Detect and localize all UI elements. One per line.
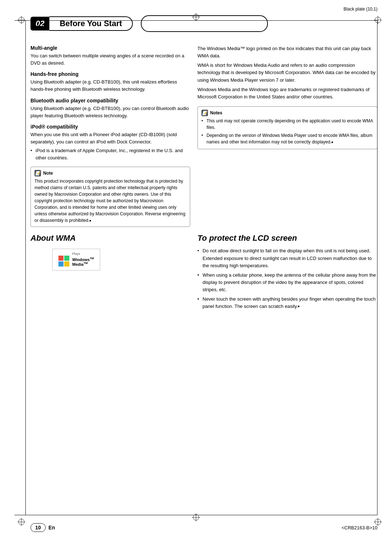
section-label: Section xyxy=(30,25,44,29)
media-label: MediaTM xyxy=(72,261,94,267)
plays-label: Plays xyxy=(72,252,80,256)
svg-rect-3 xyxy=(58,256,64,261)
bottom-section: About WMA Plays WindowsTM MediaTM xyxy=(0,227,392,311)
page-footer: 10 En <CRB2163-B>10 xyxy=(30,523,377,532)
multi-angle-section: Multi-angle You can switch between multi… xyxy=(30,45,190,67)
windows-text: WindowsTM MediaTM xyxy=(72,257,94,267)
right-note-icon: 📝 xyxy=(201,110,208,116)
right-note-bullet-1: This unit may not operate correctly depe… xyxy=(201,118,373,131)
ipod-bullet-1: iPod is a trademark of Apple Computer, I… xyxy=(30,147,190,162)
ipod-text: When you use this unit with a Pioneer iP… xyxy=(30,131,190,146)
windows-label: WindowsTM xyxy=(72,257,94,262)
hands-free-text: Using Bluetooth adapter (e.g. CD-BTB100)… xyxy=(30,78,190,93)
stop-square-2: ■ xyxy=(331,141,333,144)
about-wma-column: About WMA Plays WindowsTM MediaTM xyxy=(30,233,190,311)
stop-square-3: ■ xyxy=(298,305,300,308)
note-text: This product incorporates copyright prot… xyxy=(34,178,186,224)
footer-en: En xyxy=(49,525,55,530)
left-column: Multi-angle You can switch between multi… xyxy=(30,38,190,227)
note-icon: 📝 xyxy=(34,170,41,176)
top-reg-mark xyxy=(192,13,200,22)
ipod-bullets: iPod is a trademark of Apple Computer, I… xyxy=(30,147,190,162)
wma-text-group: The Windows Media™ logo printed on the b… xyxy=(197,45,377,101)
multi-angle-heading: Multi-angle xyxy=(30,45,190,51)
note-label: Note xyxy=(43,170,53,176)
section-title: Before You Start xyxy=(49,16,133,31)
lcd-bullet-2: When using a cellular phone, keep the an… xyxy=(197,272,377,293)
left-note-box: 📝 Note This product incorporates copyrig… xyxy=(30,167,190,227)
svg-rect-6 xyxy=(64,261,69,267)
footer-left: 10 En xyxy=(30,523,55,532)
ipod-section: iPod® compatibility When you use this un… xyxy=(30,124,190,162)
svg-rect-4 xyxy=(64,256,69,261)
right-top-reg-mark xyxy=(374,16,382,25)
page-number-badge: 10 xyxy=(30,523,46,532)
main-content: Multi-angle You can switch between multi… xyxy=(0,32,392,227)
lcd-bullet-1: Do not allow direct sunlight to fall on … xyxy=(197,247,377,269)
svg-rect-5 xyxy=(58,261,64,267)
left-margin-line xyxy=(25,20,26,515)
lcd-section-title: To protect the LCD screen xyxy=(197,233,377,243)
windows-logo-row: WindowsTM MediaTM xyxy=(58,256,94,267)
wma-text-2: WMA is short for Windows Media Audio and… xyxy=(197,62,377,84)
multi-angle-text: You can switch between multiple viewing … xyxy=(30,52,190,67)
page-header: Black plate (10,1) xyxy=(0,0,392,12)
note-header: 📝 Note xyxy=(34,170,186,176)
right-column: The Windows Media™ logo printed on the b… xyxy=(197,38,377,227)
section-title-group: 02 Before You Start xyxy=(30,16,133,31)
lcd-bullets: Do not allow direct sunlight to fall on … xyxy=(197,247,377,310)
right-notes-bullets: This unit may not operate correctly depe… xyxy=(201,118,373,145)
right-notes-header: 📝 Notes xyxy=(201,110,373,116)
wma-text-3: Windows Media and the Windows logo are t… xyxy=(197,86,377,101)
stop-square: ■ xyxy=(89,219,91,222)
hands-free-heading: Hands-free phoning xyxy=(30,71,190,77)
lcd-column: To protect the LCD screen Do not allow d… xyxy=(197,233,377,311)
hands-free-section: Hands-free phoning Using Bluetooth adapt… xyxy=(30,71,190,93)
bottom-reg-mark xyxy=(192,513,200,522)
right-notes-label: Notes xyxy=(210,110,222,116)
right-notes-box: 📝 Notes This unit may not operate correc… xyxy=(197,106,377,149)
section-header-right-box xyxy=(141,15,268,32)
left-reg-mark xyxy=(17,518,25,527)
left-top-reg-mark xyxy=(17,16,25,25)
bluetooth-text: Using Bluetooth adapter (e.g. CD-BTB100)… xyxy=(30,105,190,119)
right-note-bullet-2: Depending on the version of Windows Medi… xyxy=(201,132,373,145)
about-wma-title: About WMA xyxy=(30,233,190,243)
windows-media-badge: Plays WindowsTM MediaTM xyxy=(52,249,100,270)
black-plate-label: Black plate (10,1) xyxy=(344,7,377,12)
page-wrapper: Black plate (10,1) Section 02 Before You… xyxy=(0,0,392,537)
bluetooth-heading: Bluetooth audio player compatibility xyxy=(30,98,190,103)
footer-crb: <CRB2163-B>10 xyxy=(342,525,377,530)
wma-text-1: The Windows Media™ logo printed on the b… xyxy=(197,45,377,60)
ipod-heading: iPod® compatibility xyxy=(30,124,190,130)
bluetooth-section: Bluetooth audio player compatibility Usi… xyxy=(30,98,190,119)
lcd-bullet-3: Never touch the screen with anything bes… xyxy=(197,296,377,310)
windows-flag-icon xyxy=(58,256,70,267)
